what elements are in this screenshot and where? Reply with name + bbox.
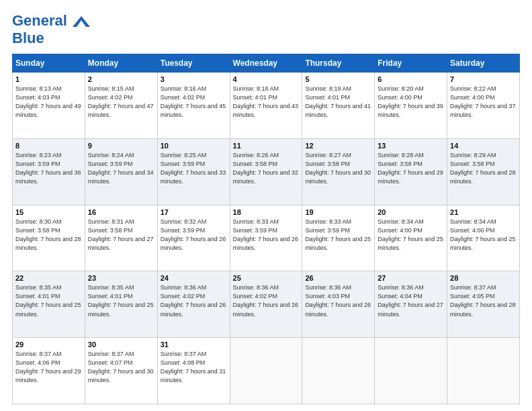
day-number: 26 [305,274,371,282]
day-number: 7 [450,75,517,83]
calendar-day-cell [375,338,447,404]
day-info: Sunrise: 8:34 AMSunset: 4:00 PMDaylight:… [450,218,516,251]
calendar-day-cell: 19 Sunrise: 8:33 AMSunset: 3:59 PMDaylig… [302,205,375,271]
calendar-day-cell: 26 Sunrise: 8:36 AMSunset: 4:03 PMDaylig… [302,271,375,338]
day-number: 24 [161,274,227,282]
calendar-day-cell: 28 Sunrise: 8:37 AMSunset: 4:05 PMDaylig… [447,271,520,338]
calendar-day-cell: 8 Sunrise: 8:23 AMSunset: 3:59 PMDayligh… [13,138,85,205]
calendar-day-cell: 6 Sunrise: 8:20 AMSunset: 4:00 PMDayligh… [375,73,447,139]
day-number: 31 [161,340,227,349]
calendar-day-cell: 16 Sunrise: 8:31 AMSunset: 3:58 PMDaylig… [85,205,157,271]
day-info: Sunrise: 8:35 AMSunset: 4:01 PMDaylight:… [15,284,81,317]
day-info: Sunrise: 8:24 AMSunset: 3:59 PMDaylight:… [88,152,154,185]
day-number: 12 [305,142,371,150]
day-info: Sunrise: 8:37 AMSunset: 4:05 PMDaylight:… [450,284,516,317]
calendar-day-cell: 29 Sunrise: 8:37 AMSunset: 4:06 PMDaylig… [13,338,85,404]
day-number: 22 [15,274,82,282]
calendar-week-row: 15 Sunrise: 8:30 AMSunset: 3:58 PMDaylig… [13,205,520,271]
day-info: Sunrise: 8:13 AMSunset: 4:03 PMDaylight:… [15,85,81,118]
day-info: Sunrise: 8:37 AMSunset: 4:06 PMDaylight:… [15,351,81,383]
calendar-week-row: 8 Sunrise: 8:23 AMSunset: 3:59 PMDayligh… [13,138,520,205]
calendar-day-cell: 22 Sunrise: 8:35 AMSunset: 4:01 PMDaylig… [13,271,85,338]
day-number: 14 [450,142,517,150]
day-info: Sunrise: 8:27 AMSunset: 3:58 PMDaylight:… [305,152,371,185]
day-number: 29 [15,340,82,349]
logo-icon [73,16,90,27]
calendar-day-cell [230,338,302,404]
day-number: 30 [88,340,154,349]
day-number: 4 [233,75,300,83]
calendar-day-cell: 27 Sunrise: 8:36 AMSunset: 4:04 PMDaylig… [375,271,447,338]
calendar-week-row: 29 Sunrise: 8:37 AMSunset: 4:06 PMDaylig… [13,338,520,404]
day-info: Sunrise: 8:32 AMSunset: 3:59 PMDaylight:… [161,218,226,251]
day-info: Sunrise: 8:16 AMSunset: 4:02 PMDaylight:… [161,85,226,118]
logo-text: General [12,12,90,30]
day-info: Sunrise: 8:37 AMSunset: 4:08 PMDaylight:… [161,351,226,383]
day-number: 15 [15,208,82,216]
day-info: Sunrise: 8:30 AMSunset: 3:58 PMDaylight:… [15,218,81,251]
page: General Blue SundayMondayTuesdayWednesda… [0,0,532,411]
day-number: 5 [305,75,371,83]
weekday-header: Wednesday [230,54,302,73]
calendar-day-cell: 24 Sunrise: 8:36 AMSunset: 4:02 PMDaylig… [157,271,230,338]
day-info: Sunrise: 8:33 AMSunset: 3:59 PMDaylight:… [233,218,299,251]
day-number: 20 [378,208,444,216]
calendar-day-cell: 2 Sunrise: 8:15 AMSunset: 4:02 PMDayligh… [85,73,157,139]
weekday-header: Saturday [447,54,520,73]
calendar-day-cell: 17 Sunrise: 8:32 AMSunset: 3:59 PMDaylig… [157,205,230,271]
day-info: Sunrise: 8:26 AMSunset: 3:58 PMDaylight:… [233,152,299,185]
day-info: Sunrise: 8:25 AMSunset: 3:59 PMDaylight:… [161,152,226,185]
calendar-day-cell: 15 Sunrise: 8:30 AMSunset: 3:58 PMDaylig… [13,205,85,271]
calendar-day-cell: 9 Sunrise: 8:24 AMSunset: 3:59 PMDayligh… [85,138,157,205]
calendar-day-cell: 1 Sunrise: 8:13 AMSunset: 4:03 PMDayligh… [13,73,85,139]
weekday-header: Thursday [302,54,375,73]
weekday-header: Friday [375,54,447,73]
day-number: 10 [161,142,227,150]
day-info: Sunrise: 8:37 AMSunset: 4:07 PMDaylight:… [88,351,154,383]
day-number: 13 [378,142,444,150]
logo-blue-text: Blue [12,30,44,46]
day-number: 9 [88,142,154,150]
day-number: 2 [88,75,154,83]
day-info: Sunrise: 8:28 AMSunset: 3:58 PMDaylight:… [378,152,443,185]
calendar-day-cell: 14 Sunrise: 8:29 AMSunset: 3:58 PMDaylig… [447,138,520,205]
day-info: Sunrise: 8:29 AMSunset: 3:58 PMDaylight:… [450,152,516,185]
day-info: Sunrise: 8:31 AMSunset: 3:58 PMDaylight:… [88,218,154,251]
day-info: Sunrise: 8:18 AMSunset: 4:01 PMDaylight:… [233,85,299,118]
day-number: 1 [15,75,82,83]
day-info: Sunrise: 8:36 AMSunset: 4:02 PMDaylight:… [233,284,299,317]
day-number: 23 [88,274,154,282]
calendar-day-cell: 30 Sunrise: 8:37 AMSunset: 4:07 PMDaylig… [85,338,157,404]
day-info: Sunrise: 8:19 AMSunset: 4:01 PMDaylight:… [305,85,371,118]
calendar-header-row: SundayMondayTuesdayWednesdayThursdayFrid… [13,54,520,73]
calendar-day-cell: 31 Sunrise: 8:37 AMSunset: 4:08 PMDaylig… [157,338,230,404]
header: General Blue [12,12,520,47]
calendar-day-cell: 23 Sunrise: 8:35 AMSunset: 4:01 PMDaylig… [85,271,157,338]
logo: General Blue [12,12,90,47]
weekday-header: Tuesday [157,54,230,73]
calendar-day-cell [302,338,375,404]
calendar-day-cell: 18 Sunrise: 8:33 AMSunset: 3:59 PMDaylig… [230,205,302,271]
day-number: 19 [305,208,371,216]
day-info: Sunrise: 8:33 AMSunset: 3:59 PMDaylight:… [305,218,371,251]
calendar-day-cell: 11 Sunrise: 8:26 AMSunset: 3:58 PMDaylig… [230,138,302,205]
day-info: Sunrise: 8:35 AMSunset: 4:01 PMDaylight:… [88,284,154,317]
day-info: Sunrise: 8:20 AMSunset: 4:00 PMDaylight:… [378,85,443,118]
day-info: Sunrise: 8:15 AMSunset: 4:02 PMDaylight:… [88,85,154,118]
calendar-week-row: 22 Sunrise: 8:35 AMSunset: 4:01 PMDaylig… [13,271,520,338]
day-number: 27 [378,274,444,282]
calendar-week-row: 1 Sunrise: 8:13 AMSunset: 4:03 PMDayligh… [13,73,520,139]
day-info: Sunrise: 8:22 AMSunset: 4:00 PMDaylight:… [450,85,516,118]
day-number: 28 [450,274,517,282]
calendar-day-cell: 20 Sunrise: 8:34 AMSunset: 4:00 PMDaylig… [375,205,447,271]
calendar-day-cell: 13 Sunrise: 8:28 AMSunset: 3:58 PMDaylig… [375,138,447,205]
calendar-day-cell [447,338,520,404]
weekday-header: Sunday [13,54,85,73]
calendar-day-cell: 4 Sunrise: 8:18 AMSunset: 4:01 PMDayligh… [230,73,302,139]
day-number: 18 [233,208,300,216]
calendar-day-cell: 10 Sunrise: 8:25 AMSunset: 3:59 PMDaylig… [157,138,230,205]
day-info: Sunrise: 8:36 AMSunset: 4:02 PMDaylight:… [161,284,226,317]
weekday-header: Monday [85,54,157,73]
calendar-day-cell: 12 Sunrise: 8:27 AMSunset: 3:58 PMDaylig… [302,138,375,205]
calendar-day-cell: 25 Sunrise: 8:36 AMSunset: 4:02 PMDaylig… [230,271,302,338]
